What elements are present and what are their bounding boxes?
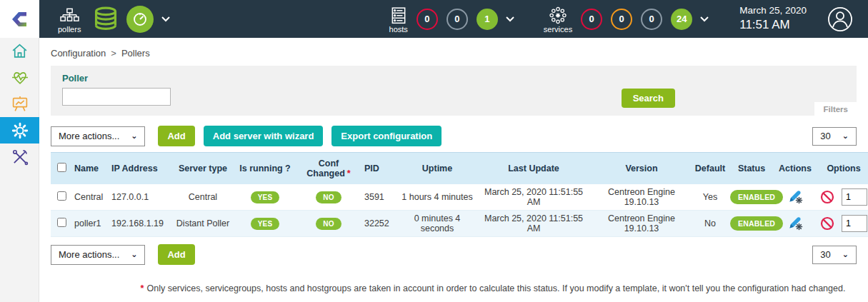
- pollers-table: Name IP Address Server type Is running ?…: [51, 152, 857, 237]
- cell-version: Centreon Engine 19.10.13: [591, 211, 692, 237]
- required-marker: *: [347, 168, 351, 178]
- poller-filter-input[interactable]: [62, 88, 171, 106]
- services-ok-badge[interactable]: 24: [671, 9, 692, 30]
- hosts-label: hosts: [389, 25, 408, 34]
- cell-last-update: March 25, 2020 11:51:55 AM: [477, 211, 591, 237]
- filters-tab[interactable]: Filters: [814, 102, 857, 116]
- main-content: Configuration>Pollers Poller Search Filt…: [39, 38, 868, 302]
- services-icon: [549, 6, 567, 24]
- edit-poller-icon[interactable]: [787, 188, 803, 204]
- add-button-top[interactable]: Add: [158, 126, 194, 146]
- cell-name[interactable]: Central: [72, 184, 109, 211]
- more-actions-label: More actions...: [59, 249, 119, 260]
- top-toolbar: More actions... ⌄ Add Add server with wi…: [51, 126, 857, 146]
- hosts-unreachable-badge[interactable]: 0: [447, 9, 468, 30]
- add-server-wizard-button[interactable]: Add server with wizard: [204, 126, 324, 146]
- pollers-icon: [60, 7, 79, 24]
- cell-ip: 192.168.1.19: [109, 211, 171, 237]
- hosts-down-badge[interactable]: 0: [416, 9, 438, 30]
- is-running-badge: YES: [251, 218, 280, 230]
- hosts-icon: [389, 7, 408, 24]
- select-all-checkbox[interactable]: [57, 163, 66, 172]
- gauge-icon: [126, 6, 154, 33]
- cell-uptime: 0 minutes 4 seconds: [398, 211, 477, 237]
- conf-changed-badge: NO: [316, 218, 341, 230]
- sidebar-item-administration[interactable]: [0, 144, 39, 170]
- chevron-down-icon: ⌄: [131, 250, 137, 259]
- user-menu[interactable]: [827, 6, 854, 33]
- topbar-database[interactable]: [92, 6, 119, 33]
- presentation-chart-icon: [11, 95, 29, 113]
- pollers-chevron-down-icon[interactable]: [161, 16, 171, 22]
- page-size-value: 30: [820, 131, 830, 141]
- cell-ip: 127.0.0.1: [109, 184, 171, 211]
- row-checkbox[interactable]: [57, 218, 66, 227]
- heart-pulse-icon: [11, 69, 29, 86]
- page-size-select-bottom[interactable]: 30 ⌄: [812, 246, 857, 264]
- breadcrumb-configuration[interactable]: Configuration: [51, 48, 106, 59]
- topbar-gauge[interactable]: [126, 6, 154, 33]
- col-actions: Actions: [775, 153, 815, 185]
- services-chevron-down-icon[interactable]: [699, 16, 709, 22]
- col-conf-changed: Conf Changed*: [295, 153, 362, 185]
- sidebar-item-monitoring[interactable]: [0, 64, 39, 91]
- services-warning-badge[interactable]: 0: [611, 9, 632, 30]
- more-actions-select-bottom[interactable]: More actions... ⌄: [51, 245, 145, 265]
- table-header-row: Name IP Address Server type Is running ?…: [51, 153, 868, 185]
- sidebar-item-reporting[interactable]: [0, 91, 39, 117]
- col-default: Default: [692, 153, 728, 185]
- top-bar: pollers hosts 0 0 1: [0, 0, 868, 38]
- is-running-badge: YES: [251, 191, 280, 203]
- topbar-pollers[interactable]: pollers: [58, 7, 81, 34]
- cell-default: No: [692, 211, 728, 237]
- database-icon: [92, 6, 119, 33]
- footnote: *Only services, servicegroups, hosts and…: [39, 283, 868, 293]
- conf-changed-badge: NO: [316, 191, 341, 203]
- edit-poller-icon[interactable]: [787, 215, 803, 231]
- hosts-up-badge[interactable]: 1: [477, 9, 498, 30]
- export-configuration-button[interactable]: Export configuration: [331, 126, 442, 146]
- search-button[interactable]: Search: [622, 89, 675, 108]
- filter-panel: Poller Search Filters: [51, 66, 857, 116]
- cell-server-type: Central: [171, 184, 235, 211]
- breadcrumb-pollers[interactable]: Pollers: [121, 48, 150, 59]
- chevron-down-icon: ⌄: [842, 250, 849, 259]
- disable-poller-icon[interactable]: [820, 190, 834, 204]
- more-actions-select-top[interactable]: More actions... ⌄: [51, 126, 145, 146]
- col-name: Name: [72, 153, 109, 185]
- col-uptime: Uptime: [398, 153, 477, 185]
- cell-last-update: March 25, 2020 11:51:55 AM: [477, 184, 591, 211]
- col-pid: PID: [362, 153, 398, 185]
- topbar-hosts[interactable]: hosts: [389, 7, 408, 34]
- services-unknown-badge[interactable]: 0: [641, 9, 662, 30]
- topbar-services[interactable]: services: [544, 6, 572, 34]
- col-last-update: Last Update: [477, 153, 591, 185]
- centreon-logo[interactable]: [0, 0, 39, 38]
- services-label: services: [544, 25, 572, 34]
- cell-pid: 32252: [362, 211, 398, 237]
- sidebar-item-configuration[interactable]: [0, 117, 39, 144]
- centreon-logo-icon: [9, 9, 31, 30]
- disable-poller-icon[interactable]: [820, 216, 834, 231]
- duplicate-count-input[interactable]: [842, 215, 867, 232]
- wrench-screwdriver-icon: [11, 148, 29, 166]
- row-checkbox[interactable]: [57, 191, 66, 201]
- cell-uptime: 1 hours 4 minutes: [398, 184, 477, 211]
- cell-server-type: Distant Poller: [171, 211, 235, 237]
- page-size-value: 30: [820, 249, 830, 260]
- cell-pid: 3591: [362, 184, 398, 211]
- col-status: Status: [728, 153, 775, 185]
- table-row: poller1 192.168.1.19 Distant Poller YES …: [51, 211, 868, 237]
- duplicate-count-input[interactable]: [842, 188, 867, 206]
- sidebar-item-home[interactable]: [0, 38, 39, 64]
- services-critical-badge[interactable]: 0: [581, 9, 602, 30]
- cell-name[interactable]: poller1: [72, 211, 109, 237]
- pollers-label: pollers: [58, 25, 81, 34]
- col-ip-address: IP Address: [109, 153, 171, 185]
- add-button-bottom[interactable]: Add: [158, 244, 194, 265]
- hosts-chevron-down-icon[interactable]: [505, 16, 515, 22]
- chevron-down-icon: ⌄: [131, 131, 137, 141]
- footnote-text: Only services, servicegroups, hosts and …: [146, 283, 845, 293]
- page-size-select-top[interactable]: 30 ⌄: [812, 127, 857, 146]
- cell-version: Centreon Engine 19.10.13: [591, 184, 692, 211]
